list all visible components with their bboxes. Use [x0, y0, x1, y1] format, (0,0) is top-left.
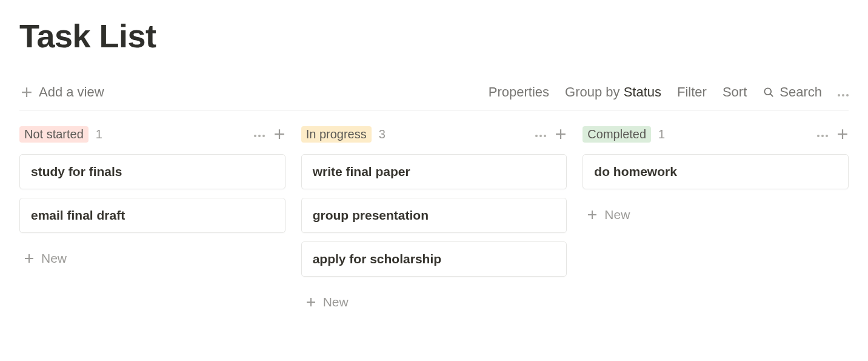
status-tag-completed[interactable]: Completed [583, 126, 651, 143]
properties-button[interactable]: Properties [489, 84, 549, 100]
column-add-card-button[interactable] [273, 128, 285, 140]
new-card-label: New [604, 207, 630, 222]
sort-button[interactable]: Sort [723, 84, 747, 100]
filter-button[interactable]: Filter [677, 84, 707, 100]
column-actions [254, 128, 285, 140]
plus-icon [305, 296, 317, 308]
new-card-label: New [41, 251, 67, 266]
column-add-card-button[interactable] [555, 128, 567, 140]
card[interactable]: do homework [583, 154, 849, 189]
column-header: Not started1 [19, 124, 285, 144]
status-tag-not-started[interactable]: Not started [19, 126, 88, 143]
plus-icon [837, 129, 848, 140]
column-completed: Completed1do homeworkNew [583, 124, 849, 315]
group-by-value: Status [624, 84, 661, 100]
plus-icon [21, 86, 33, 98]
page-title: Task List [19, 18, 849, 54]
new-card-button[interactable]: New [301, 289, 567, 315]
search-icon [763, 86, 775, 98]
group-by-button[interactable]: Group by Status [565, 84, 661, 100]
new-card-label: New [323, 295, 349, 309]
dots-icon [535, 135, 546, 137]
column-count: 1 [96, 127, 102, 141]
new-card-button[interactable]: New [583, 201, 849, 228]
dots-icon [817, 135, 828, 137]
column-in-progress: In progress3write final papergroup prese… [301, 124, 567, 315]
plus-icon [274, 129, 285, 140]
kanban-board: Not started1study for finalsemail final … [19, 124, 849, 315]
card[interactable]: group presentation [301, 198, 567, 233]
more-options-button[interactable] [838, 84, 849, 100]
column-count: 3 [379, 127, 386, 141]
plus-icon [586, 209, 598, 221]
plus-icon [23, 252, 35, 265]
column-count: 1 [658, 127, 665, 141]
view-toolbar: Add a view Properties Group by Status Fi… [19, 82, 849, 110]
add-view-button[interactable]: Add a view [19, 82, 105, 103]
column-more-button[interactable] [817, 129, 828, 140]
column-add-card-button[interactable] [836, 128, 849, 140]
status-tag-in-progress[interactable]: In progress [301, 126, 372, 143]
dots-icon [838, 94, 849, 96]
column-actions [535, 128, 567, 140]
column-more-button[interactable] [535, 129, 546, 140]
card[interactable]: email final draft [19, 198, 285, 233]
plus-icon [555, 129, 566, 140]
toolbar-right: Properties Group by Status Filter Sort S… [489, 84, 849, 100]
card[interactable]: apply for scholarship [301, 241, 567, 277]
group-by-prefix: Group by [565, 84, 624, 100]
svg-line-1 [770, 94, 773, 96]
column-not-started: Not started1study for finalsemail final … [19, 124, 285, 315]
card[interactable]: study for finals [19, 154, 285, 189]
search-label: Search [780, 84, 822, 100]
card[interactable]: write final paper [301, 154, 567, 189]
add-view-label: Add a view [39, 84, 104, 100]
column-more-button[interactable] [254, 129, 265, 140]
column-header: In progress3 [301, 124, 567, 144]
new-card-button[interactable]: New [19, 245, 285, 272]
dots-icon [254, 135, 265, 137]
column-header: Completed1 [583, 124, 849, 144]
column-actions [817, 128, 849, 140]
search-button[interactable]: Search [763, 84, 822, 100]
